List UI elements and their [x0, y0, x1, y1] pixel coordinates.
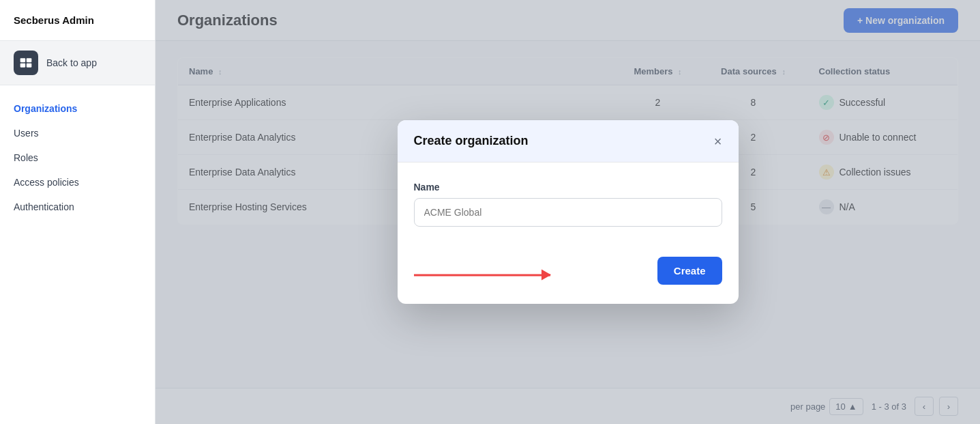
- sidebar-item-organizations[interactable]: Organizations: [0, 96, 155, 121]
- svg-rect-3: [27, 63, 32, 68]
- organization-name-input[interactable]: [414, 198, 722, 227]
- modal-overlay[interactable]: Create organization × Name Create: [155, 0, 980, 424]
- svg-rect-1: [27, 58, 32, 62]
- modal-header: Create organization ×: [398, 120, 739, 162]
- sidebar-item-authentication[interactable]: Authentication: [0, 195, 155, 219]
- back-app-icon: [14, 51, 38, 75]
- create-organization-modal: Create organization × Name Create: [398, 120, 739, 304]
- sidebar-nav: Organizations Users Roles Access policie…: [0, 85, 155, 230]
- sidebar-item-roles[interactable]: Roles: [0, 145, 155, 170]
- app-title: Secberus Admin: [0, 0, 155, 41]
- arrow-hint: [414, 274, 550, 276]
- modal-title: Create organization: [414, 134, 529, 148]
- name-field-label: Name: [414, 182, 722, 193]
- create-button[interactable]: Create: [657, 257, 722, 285]
- arrow-line: [414, 274, 550, 276]
- back-to-app-button[interactable]: Back to app: [0, 41, 155, 85]
- modal-body: Name: [398, 162, 739, 246]
- sidebar: Secberus Admin Back to app Organizations…: [0, 0, 155, 424]
- sidebar-item-access-policies[interactable]: Access policies: [0, 170, 155, 195]
- svg-rect-0: [20, 58, 26, 62]
- svg-rect-2: [20, 63, 26, 68]
- modal-footer: Create: [398, 246, 739, 304]
- back-to-app-label: Back to app: [46, 57, 97, 68]
- modal-close-button[interactable]: ×: [714, 135, 722, 148]
- main-content: Organizations + New organization Name ↕ …: [155, 0, 980, 424]
- sidebar-item-users[interactable]: Users: [0, 121, 155, 145]
